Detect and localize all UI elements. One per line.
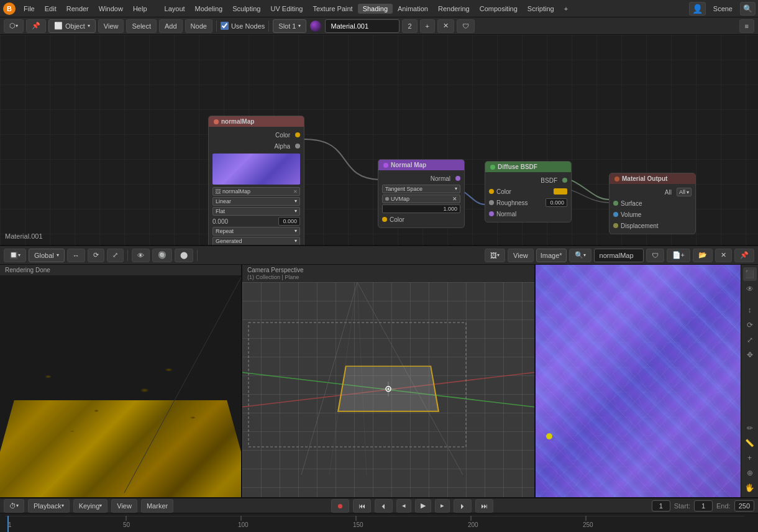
transform-btn-2[interactable]: ⟳: [88, 249, 104, 262]
node-btn[interactable]: Node: [185, 19, 212, 33]
pin-btn[interactable]: 📌: [26, 19, 46, 33]
diffuse-bsdf-node[interactable]: Diffuse BSDF BSDF Color Roughness 0.000 …: [485, 161, 572, 222]
keying-btn[interactable]: Keying ▾: [73, 499, 108, 513]
viewport-shading-btn[interactable]: ⬤: [175, 249, 193, 262]
next-keyframe-btn[interactable]: ▸: [435, 499, 450, 513]
interpolation-dropdown[interactable]: Linear ▾: [212, 197, 300, 206]
user-icon-btn[interactable]: 👤: [689, 2, 706, 16]
image-close-icon[interactable]: ✕: [293, 189, 298, 195]
source-dropdown[interactable]: Generated ▾: [212, 237, 300, 245]
strength-row[interactable]: 1.000: [378, 204, 464, 214]
repeat-dropdown[interactable]: Repeat ▾: [212, 227, 300, 236]
render-mode-btn[interactable]: 🔘: [152, 249, 172, 262]
fake-user-btn[interactable]: 🛡: [457, 19, 475, 33]
prev-frame-btn[interactable]: ⏴: [375, 499, 393, 513]
jump-end-btn[interactable]: ⏭: [475, 499, 493, 513]
jump-start-btn[interactable]: ⏮: [353, 499, 371, 513]
add-workspace-button[interactable]: +: [559, 4, 573, 14]
camera-view[interactable]: [242, 282, 534, 497]
marker-btn[interactable]: Marker: [141, 499, 173, 513]
transform-btn-3[interactable]: ⤢: [107, 249, 124, 262]
material-output-node[interactable]: Material Output All All ▾ Surface Volume: [609, 173, 696, 234]
tab-modeling[interactable]: Modeling: [190, 4, 228, 14]
search-button[interactable]: 🔍: [740, 2, 756, 16]
global-dropdown[interactable]: Global ▾: [29, 249, 65, 262]
image-name-display[interactable]: Image*: [536, 249, 567, 262]
timeline-editor-type-btn[interactable]: ⏱ ▾: [4, 499, 24, 513]
uvmap-dropdown[interactable]: UVMap ✕: [382, 195, 460, 203]
image-editor-type-btn[interactable]: 🖼 ▾: [485, 249, 505, 262]
image-view-btn[interactable]: View: [508, 249, 534, 262]
sidebar-icon-view[interactable]: 👁: [743, 282, 757, 296]
sidebar-icon-rotate[interactable]: ⟳: [743, 318, 757, 332]
tab-animation[interactable]: Animation: [393, 4, 433, 14]
menu-help[interactable]: Help: [128, 4, 152, 14]
use-nodes-input[interactable]: [221, 22, 229, 30]
delete-material-btn[interactable]: ✕: [437, 19, 454, 33]
projection-dropdown[interactable]: Flat ▾: [212, 207, 300, 216]
menu-render[interactable]: Render: [62, 4, 94, 14]
uvmap-close-icon[interactable]: ✕: [452, 196, 457, 202]
tab-texture-paint[interactable]: Texture Paint: [308, 4, 357, 14]
current-frame-display[interactable]: 1: [652, 500, 670, 511]
tab-rendering[interactable]: Rendering: [433, 4, 475, 14]
tab-sculpting[interactable]: Sculpting: [227, 4, 265, 14]
material-users-btn[interactable]: 2: [402, 19, 417, 33]
object-mode-dropdown[interactable]: ⬜ Object ▾: [48, 19, 96, 33]
use-nodes-checkbox[interactable]: Use Nodes: [221, 22, 265, 30]
next-frame-btn[interactable]: ⏵: [454, 499, 472, 513]
slot-dropdown[interactable]: Slot 1 ▾: [273, 19, 306, 33]
new-material-btn[interactable]: +: [420, 19, 435, 33]
menu-edit[interactable]: Edit: [40, 4, 62, 14]
sidebar-icon-add[interactable]: +: [743, 451, 757, 465]
all-dropdown[interactable]: All ▾: [677, 188, 692, 196]
menu-window[interactable]: Window: [94, 4, 128, 14]
image-pin-btn[interactable]: 📌: [734, 249, 754, 262]
start-frame-display[interactable]: 1: [694, 500, 713, 511]
normalmap-texture-node[interactable]: normalMap Color Alpha 🖼 normalMap ✕: [208, 116, 304, 246]
normal-map-image-view[interactable]: [536, 265, 741, 497]
playback-btn[interactable]: Playback ▾: [28, 499, 70, 513]
editor-type-3d-btn[interactable]: 🔲 ▾: [4, 249, 26, 262]
menu-file[interactable]: File: [19, 4, 40, 14]
view-btn[interactable]: View: [98, 19, 124, 33]
record-btn[interactable]: ⏺: [331, 499, 349, 513]
normal-map-node[interactable]: Normal Map Normal Tangent Space ▾ UVMap …: [378, 159, 465, 228]
tab-layout[interactable]: Layout: [160, 4, 190, 14]
image-close-btn[interactable]: ✕: [715, 249, 732, 262]
tab-uv-editing[interactable]: UV Editing: [265, 4, 308, 14]
add-btn[interactable]: Add: [159, 19, 183, 33]
tab-compositing[interactable]: Compositing: [475, 4, 523, 14]
sidebar-icon-transform[interactable]: ✥: [743, 348, 757, 362]
sidebar-icon-tools[interactable]: ⬛: [743, 267, 757, 281]
sidebar-icon-annotate[interactable]: ✏: [743, 421, 757, 435]
transform-btn-1[interactable]: ↔: [67, 249, 85, 262]
image-shield-btn[interactable]: 🛡: [646, 249, 664, 262]
image-name-input[interactable]: normalMap: [594, 249, 644, 262]
tangent-dropdown[interactable]: Tangent Space ▾: [382, 185, 460, 193]
sidebar-icon-scale[interactable]: ⤢: [743, 333, 757, 347]
sidebar-zoom-pan[interactable]: 🖐: [743, 481, 757, 495]
image-browse-btn[interactable]: 🔍 ▾: [569, 249, 591, 262]
node-arrange-btn[interactable]: ≡: [739, 19, 754, 33]
bsdf-roughness-row[interactable]: Roughness 0.000: [485, 197, 571, 208]
image-new-btn[interactable]: 📄+: [667, 249, 690, 262]
strength-value[interactable]: 1.000: [382, 204, 460, 213]
editor-type-btn[interactable]: ⬡ ▾: [4, 19, 24, 33]
blend-value[interactable]: 0.000: [278, 217, 300, 226]
select-btn[interactable]: Select: [126, 19, 157, 33]
tab-scripting[interactable]: Scripting: [523, 4, 559, 14]
blend-row[interactable]: 0.000 0.000: [209, 216, 304, 226]
sidebar-icon-measure[interactable]: 📏: [743, 436, 757, 450]
prev-keyframe-btn[interactable]: ◂: [396, 499, 411, 513]
tab-shading[interactable]: Shading: [358, 4, 393, 14]
viewport-overlay-btn[interactable]: 👁: [132, 249, 150, 262]
end-frame-display[interactable]: 250: [734, 500, 754, 511]
image-open-btn[interactable]: 📂: [693, 249, 713, 262]
timeline-view-btn[interactable]: View: [111, 499, 137, 513]
material-name-field[interactable]: Material.001: [325, 19, 400, 33]
rendered-view[interactable]: [0, 275, 241, 497]
play-btn[interactable]: ▶: [415, 499, 431, 513]
sidebar-icon-cursor[interactable]: ⊕: [743, 466, 757, 480]
sidebar-icon-move[interactable]: ↕: [743, 303, 757, 317]
